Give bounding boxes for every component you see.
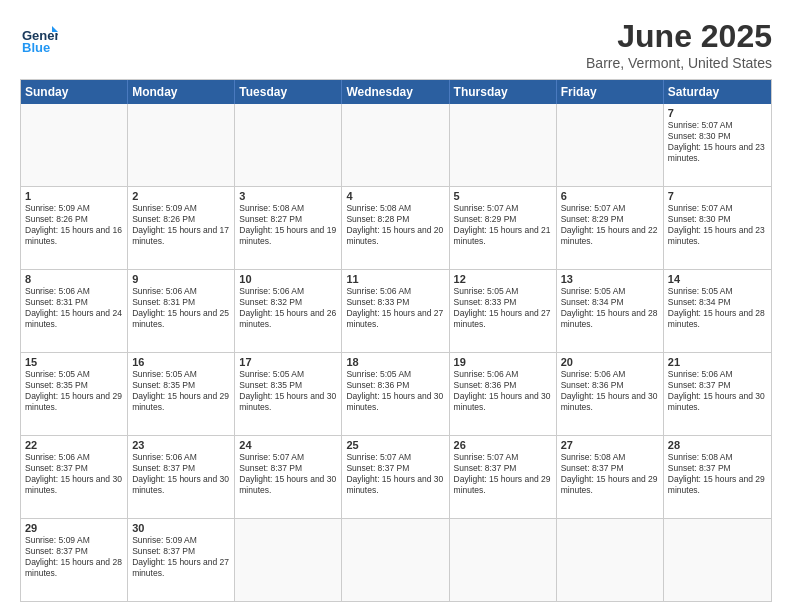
calendar-row: 8Sunrise: 5:06 AM Sunset: 8:31 PM Daylig… [21, 269, 771, 352]
cell-info: Sunrise: 5:05 AM Sunset: 8:34 PM Dayligh… [561, 286, 659, 330]
cell-info: Sunrise: 5:05 AM Sunset: 8:36 PM Dayligh… [346, 369, 444, 413]
calendar-cell: 29Sunrise: 5:09 AM Sunset: 8:37 PM Dayli… [21, 519, 128, 601]
title-area: June 2025 Barre, Vermont, United States [586, 18, 772, 71]
header-area: General Blue June 2025 Barre, Vermont, U… [20, 18, 772, 71]
day-number: 20 [561, 356, 659, 368]
day-number: 2 [132, 190, 230, 202]
cell-info: Sunrise: 5:06 AM Sunset: 8:37 PM Dayligh… [25, 452, 123, 496]
calendar-cell: 17Sunrise: 5:05 AM Sunset: 8:35 PM Dayli… [235, 353, 342, 435]
day-number: 3 [239, 190, 337, 202]
day-number: 13 [561, 273, 659, 285]
calendar-row: 7Sunrise: 5:07 AM Sunset: 8:30 PM Daylig… [21, 104, 771, 186]
calendar-cell: 21Sunrise: 5:06 AM Sunset: 8:37 PM Dayli… [664, 353, 771, 435]
cell-info: Sunrise: 5:07 AM Sunset: 8:37 PM Dayligh… [346, 452, 444, 496]
cell-info: Sunrise: 5:06 AM Sunset: 8:37 PM Dayligh… [668, 369, 767, 413]
cell-info: Sunrise: 5:07 AM Sunset: 8:37 PM Dayligh… [454, 452, 552, 496]
calendar-body: 7Sunrise: 5:07 AM Sunset: 8:30 PM Daylig… [21, 104, 771, 601]
calendar-cell [342, 104, 449, 186]
calendar-cell: 14Sunrise: 5:05 AM Sunset: 8:34 PM Dayli… [664, 270, 771, 352]
day-number: 18 [346, 356, 444, 368]
day-number: 21 [668, 356, 767, 368]
day-of-week-header: Saturday [664, 80, 771, 104]
calendar-cell: 22Sunrise: 5:06 AM Sunset: 8:37 PM Dayli… [21, 436, 128, 518]
calendar-cell: 7Sunrise: 5:07 AM Sunset: 8:30 PM Daylig… [664, 104, 771, 186]
calendar-cell: 16Sunrise: 5:05 AM Sunset: 8:35 PM Dayli… [128, 353, 235, 435]
calendar-cell: 15Sunrise: 5:05 AM Sunset: 8:35 PM Dayli… [21, 353, 128, 435]
calendar-cell [342, 519, 449, 601]
calendar-cell [128, 104, 235, 186]
calendar-cell: 12Sunrise: 5:05 AM Sunset: 8:33 PM Dayli… [450, 270, 557, 352]
calendar-cell: 3Sunrise: 5:08 AM Sunset: 8:27 PM Daylig… [235, 187, 342, 269]
calendar-cell: 13Sunrise: 5:05 AM Sunset: 8:34 PM Dayli… [557, 270, 664, 352]
day-number: 27 [561, 439, 659, 451]
calendar-cell: 19Sunrise: 5:06 AM Sunset: 8:36 PM Dayli… [450, 353, 557, 435]
calendar-cell: 23Sunrise: 5:06 AM Sunset: 8:37 PM Dayli… [128, 436, 235, 518]
cell-info: Sunrise: 5:08 AM Sunset: 8:37 PM Dayligh… [561, 452, 659, 496]
day-of-week-header: Wednesday [342, 80, 449, 104]
page: General Blue June 2025 Barre, Vermont, U… [0, 0, 792, 612]
day-number: 11 [346, 273, 444, 285]
calendar-header: SundayMondayTuesdayWednesdayThursdayFrid… [21, 80, 771, 104]
day-number: 7 [668, 107, 767, 119]
day-number: 9 [132, 273, 230, 285]
cell-info: Sunrise: 5:08 AM Sunset: 8:37 PM Dayligh… [668, 452, 767, 496]
calendar-row: 22Sunrise: 5:06 AM Sunset: 8:37 PM Dayli… [21, 435, 771, 518]
day-number: 26 [454, 439, 552, 451]
cell-info: Sunrise: 5:06 AM Sunset: 8:36 PM Dayligh… [454, 369, 552, 413]
cell-info: Sunrise: 5:07 AM Sunset: 8:30 PM Dayligh… [668, 203, 767, 247]
calendar-cell: 9Sunrise: 5:06 AM Sunset: 8:31 PM Daylig… [128, 270, 235, 352]
day-number: 8 [25, 273, 123, 285]
calendar-cell [450, 519, 557, 601]
day-of-week-header: Sunday [21, 80, 128, 104]
calendar-cell: 24Sunrise: 5:07 AM Sunset: 8:37 PM Dayli… [235, 436, 342, 518]
day-number: 23 [132, 439, 230, 451]
cell-info: Sunrise: 5:08 AM Sunset: 8:27 PM Dayligh… [239, 203, 337, 247]
calendar: SundayMondayTuesdayWednesdayThursdayFrid… [20, 79, 772, 602]
day-number: 30 [132, 522, 230, 534]
cell-info: Sunrise: 5:07 AM Sunset: 8:29 PM Dayligh… [561, 203, 659, 247]
calendar-row: 15Sunrise: 5:05 AM Sunset: 8:35 PM Dayli… [21, 352, 771, 435]
cell-info: Sunrise: 5:08 AM Sunset: 8:28 PM Dayligh… [346, 203, 444, 247]
cell-info: Sunrise: 5:09 AM Sunset: 8:26 PM Dayligh… [25, 203, 123, 247]
calendar-cell [557, 519, 664, 601]
day-number: 28 [668, 439, 767, 451]
calendar-cell: 2Sunrise: 5:09 AM Sunset: 8:26 PM Daylig… [128, 187, 235, 269]
calendar-cell [21, 104, 128, 186]
cell-info: Sunrise: 5:07 AM Sunset: 8:30 PM Dayligh… [668, 120, 767, 164]
cell-info: Sunrise: 5:05 AM Sunset: 8:35 PM Dayligh… [239, 369, 337, 413]
calendar-cell [235, 104, 342, 186]
day-number: 16 [132, 356, 230, 368]
calendar-cell [235, 519, 342, 601]
cell-info: Sunrise: 5:07 AM Sunset: 8:29 PM Dayligh… [454, 203, 552, 247]
logo-icon: General Blue [20, 18, 58, 56]
calendar-cell: 30Sunrise: 5:09 AM Sunset: 8:37 PM Dayli… [128, 519, 235, 601]
calendar-cell: 8Sunrise: 5:06 AM Sunset: 8:31 PM Daylig… [21, 270, 128, 352]
day-number: 6 [561, 190, 659, 202]
calendar-cell: 28Sunrise: 5:08 AM Sunset: 8:37 PM Dayli… [664, 436, 771, 518]
day-number: 29 [25, 522, 123, 534]
day-number: 12 [454, 273, 552, 285]
cell-info: Sunrise: 5:06 AM Sunset: 8:33 PM Dayligh… [346, 286, 444, 330]
calendar-cell [664, 519, 771, 601]
calendar-cell: 10Sunrise: 5:06 AM Sunset: 8:32 PM Dayli… [235, 270, 342, 352]
day-number: 7 [668, 190, 767, 202]
cell-info: Sunrise: 5:09 AM Sunset: 8:37 PM Dayligh… [132, 535, 230, 579]
cell-info: Sunrise: 5:06 AM Sunset: 8:32 PM Dayligh… [239, 286, 337, 330]
day-number: 10 [239, 273, 337, 285]
calendar-cell: 11Sunrise: 5:06 AM Sunset: 8:33 PM Dayli… [342, 270, 449, 352]
calendar-cell: 1Sunrise: 5:09 AM Sunset: 8:26 PM Daylig… [21, 187, 128, 269]
calendar-cell: 4Sunrise: 5:08 AM Sunset: 8:28 PM Daylig… [342, 187, 449, 269]
calendar-cell: 5Sunrise: 5:07 AM Sunset: 8:29 PM Daylig… [450, 187, 557, 269]
cell-info: Sunrise: 5:09 AM Sunset: 8:26 PM Dayligh… [132, 203, 230, 247]
cell-info: Sunrise: 5:05 AM Sunset: 8:35 PM Dayligh… [25, 369, 123, 413]
cell-info: Sunrise: 5:05 AM Sunset: 8:33 PM Dayligh… [454, 286, 552, 330]
calendar-row: 29Sunrise: 5:09 AM Sunset: 8:37 PM Dayli… [21, 518, 771, 601]
calendar-cell [450, 104, 557, 186]
calendar-cell: 26Sunrise: 5:07 AM Sunset: 8:37 PM Dayli… [450, 436, 557, 518]
day-number: 15 [25, 356, 123, 368]
calendar-cell: 27Sunrise: 5:08 AM Sunset: 8:37 PM Dayli… [557, 436, 664, 518]
day-number: 14 [668, 273, 767, 285]
logo-area: General Blue [20, 18, 58, 56]
day-of-week-header: Monday [128, 80, 235, 104]
cell-info: Sunrise: 5:06 AM Sunset: 8:31 PM Dayligh… [25, 286, 123, 330]
